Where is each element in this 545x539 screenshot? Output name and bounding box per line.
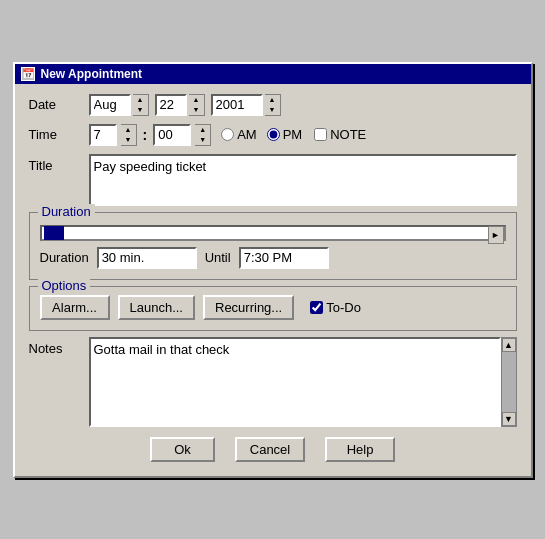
month-spinner[interactable]: ▲ ▼ (133, 94, 149, 116)
title-bar: 📅 New Appointment (15, 64, 531, 84)
time-row: Time ▲ ▼ : ▲ ▼ AM (29, 124, 517, 146)
notes-scrollbar: ▲ ▼ (501, 337, 517, 427)
options-row: Alarm... Launch... Recurring... To-Do (40, 295, 506, 320)
options-group-label: Options (38, 278, 91, 293)
duration-label: Duration (40, 250, 89, 265)
launch-button[interactable]: Launch... (118, 295, 196, 320)
todo-label: To-Do (326, 300, 361, 315)
time-colon: : (141, 127, 150, 143)
year-input[interactable] (211, 94, 263, 116)
duration-group-label: Duration (38, 204, 95, 219)
todo-checkbox[interactable] (310, 301, 323, 314)
day-spinner[interactable]: ▲ ▼ (189, 94, 205, 116)
duration-group: Duration ► Duration Until (29, 212, 517, 280)
hour-spin-down[interactable]: ▼ (121, 135, 136, 145)
year-spin-up[interactable]: ▲ (265, 95, 280, 105)
time-label: Time (29, 127, 89, 142)
day-spin-up[interactable]: ▲ (189, 95, 204, 105)
pm-radio-label[interactable]: PM (267, 127, 303, 142)
date-label: Date (29, 97, 89, 112)
title-section: Title Pay speeding ticket (29, 154, 517, 206)
am-radio-label[interactable]: AM (221, 127, 257, 142)
new-appointment-window: 📅 New Appointment Date ▲ ▼ ▲ ▼ ▲ (13, 62, 533, 478)
button-row: Ok Cancel Help (29, 437, 517, 466)
am-label: AM (237, 127, 257, 142)
month-input[interactable] (89, 94, 131, 116)
hour-spin-up[interactable]: ▲ (121, 125, 136, 135)
scroll-up-btn[interactable]: ▲ (502, 338, 516, 352)
minute-input[interactable] (153, 124, 191, 146)
until-input[interactable] (239, 247, 329, 269)
scroll-track[interactable] (502, 352, 516, 412)
pm-radio[interactable] (267, 128, 280, 141)
todo-checkbox-label[interactable]: To-Do (310, 300, 361, 315)
duration-until-row: Duration Until (40, 247, 506, 269)
notes-row: Notes Gotta mail in that check ▲ ▼ (29, 337, 517, 427)
slider-track[interactable]: ► (40, 225, 506, 241)
day-spin-down[interactable]: ▼ (189, 105, 204, 115)
slider-container: ► (40, 221, 506, 247)
slider-right-btn[interactable]: ► (488, 226, 504, 244)
hour-spinner[interactable]: ▲ ▼ (121, 124, 137, 146)
minute-spin-up[interactable]: ▲ (195, 125, 210, 135)
month-spin-down[interactable]: ▼ (133, 105, 148, 115)
minute-spin-down[interactable]: ▼ (195, 135, 210, 145)
title-input[interactable]: Pay speeding ticket (89, 154, 517, 206)
alarm-button[interactable]: Alarm... (40, 295, 110, 320)
recurring-button[interactable]: Recurring... (203, 295, 294, 320)
day-input[interactable] (155, 94, 187, 116)
note-checkbox-label[interactable]: NOTE (314, 127, 366, 142)
note-checkbox[interactable] (314, 128, 327, 141)
year-spin-down[interactable]: ▼ (265, 105, 280, 115)
ok-button[interactable]: Ok (150, 437, 215, 462)
notes-wrap: Gotta mail in that check ▲ ▼ (89, 337, 517, 427)
window-icon: 📅 (21, 67, 35, 81)
title-label: Title (29, 154, 89, 173)
until-label: Until (205, 250, 231, 265)
window-title: New Appointment (41, 67, 525, 81)
pm-label: PM (283, 127, 303, 142)
help-button[interactable]: Help (325, 437, 395, 462)
scroll-down-btn[interactable]: ▼ (502, 412, 516, 426)
cancel-button[interactable]: Cancel (235, 437, 305, 462)
notes-input[interactable]: Gotta mail in that check (89, 337, 501, 427)
duration-input[interactable] (97, 247, 197, 269)
slider-thumb[interactable] (44, 226, 64, 240)
date-row: Date ▲ ▼ ▲ ▼ ▲ ▼ (29, 94, 517, 116)
minute-spinner[interactable]: ▲ ▼ (195, 124, 211, 146)
notes-label: Notes (29, 337, 89, 356)
am-radio[interactable] (221, 128, 234, 141)
note-label: NOTE (330, 127, 366, 142)
ampm-group: AM PM (221, 127, 302, 142)
month-spin-up[interactable]: ▲ (133, 95, 148, 105)
year-spinner[interactable]: ▲ ▼ (265, 94, 281, 116)
options-group: Options Alarm... Launch... Recurring... … (29, 286, 517, 331)
hour-input[interactable] (89, 124, 117, 146)
